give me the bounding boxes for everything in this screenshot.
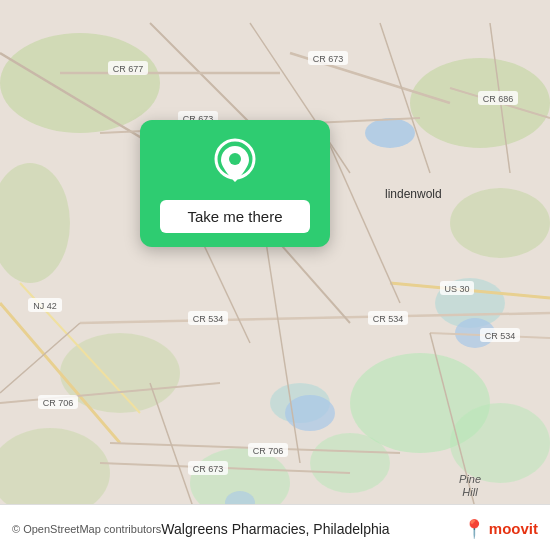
bottom-bar: © OpenStreetMap contributors Walgreens P… bbox=[0, 504, 550, 550]
svg-point-8 bbox=[310, 433, 390, 493]
svg-text:CR 706: CR 706 bbox=[43, 398, 74, 408]
take-me-there-button[interactable]: Take me there bbox=[160, 200, 310, 233]
svg-point-13 bbox=[365, 118, 415, 148]
moovit-brand-text: moovit bbox=[489, 520, 538, 537]
svg-text:CR 677: CR 677 bbox=[113, 64, 144, 74]
moovit-logo: 📍 moovit bbox=[463, 518, 538, 540]
location-name: Walgreens Pharmacies, Philadelphia bbox=[161, 521, 462, 537]
location-card: Take me there bbox=[140, 120, 330, 247]
map-svg: CR 677 CR 673 CR 673 CR 686 lindenwold N… bbox=[0, 0, 550, 550]
bottom-left-section: © OpenStreetMap contributors bbox=[12, 523, 161, 535]
svg-text:US 30: US 30 bbox=[444, 284, 469, 294]
svg-text:NJ 42: NJ 42 bbox=[33, 301, 57, 311]
moovit-pin-icon: 📍 bbox=[463, 518, 485, 540]
svg-text:CR 534: CR 534 bbox=[485, 331, 516, 341]
svg-point-69 bbox=[229, 153, 241, 165]
svg-point-1 bbox=[0, 33, 160, 133]
osm-attribution: © OpenStreetMap contributors bbox=[12, 523, 161, 535]
svg-text:CR 673: CR 673 bbox=[313, 54, 344, 64]
svg-text:Pine: Pine bbox=[459, 473, 481, 485]
map-container: CR 677 CR 673 CR 673 CR 686 lindenwold N… bbox=[0, 0, 550, 550]
location-pin-icon bbox=[209, 138, 261, 190]
svg-text:CR 706: CR 706 bbox=[253, 446, 284, 456]
svg-text:CR 673: CR 673 bbox=[193, 464, 224, 474]
svg-text:Hill: Hill bbox=[462, 486, 478, 498]
svg-point-3 bbox=[450, 188, 550, 258]
svg-text:lindenwold: lindenwold bbox=[385, 187, 442, 201]
svg-text:CR 534: CR 534 bbox=[193, 314, 224, 324]
svg-text:CR 686: CR 686 bbox=[483, 94, 514, 104]
svg-text:CR 534: CR 534 bbox=[373, 314, 404, 324]
